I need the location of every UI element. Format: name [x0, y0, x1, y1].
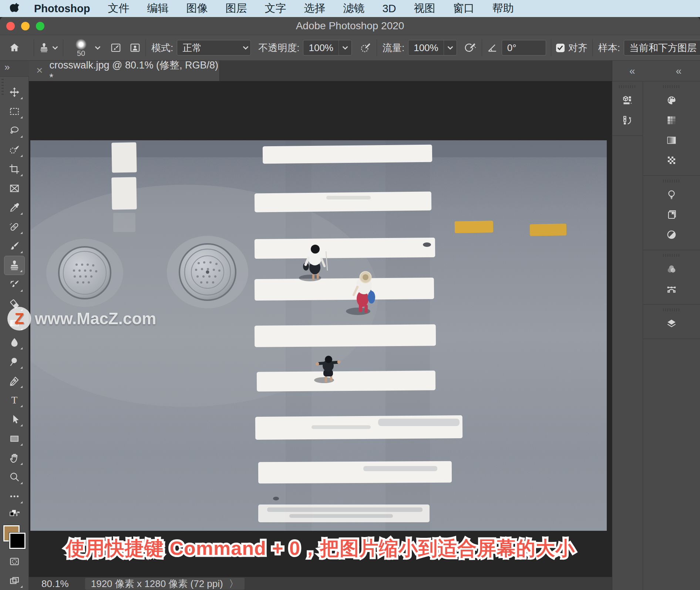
pen-tool[interactable]: [4, 371, 25, 390]
menu-item-file[interactable]: 文件: [108, 1, 129, 16]
screen-mode-button[interactable]: [4, 571, 25, 590]
angle-field[interactable]: 0°: [502, 40, 546, 56]
default-colors-swap[interactable]: [4, 506, 25, 522]
document-info[interactable]: 1920 像素 x 1280 像素 (72 ppi) 〉: [85, 578, 245, 590]
airbrush-button[interactable]: [464, 41, 477, 54]
properties-panel-button[interactable]: [616, 90, 639, 110]
manhole-left: [46, 239, 123, 307]
history-brush-tool[interactable]: [4, 275, 25, 294]
layers-panel-button[interactable]: [660, 314, 683, 333]
home-button[interactable]: [0, 42, 29, 53]
menu-item-select[interactable]: 选择: [304, 1, 325, 16]
type-tool[interactable]: T: [4, 390, 25, 410]
lasso-tool[interactable]: [4, 121, 25, 140]
panel-group-grip[interactable]: [663, 254, 680, 257]
blur-tool[interactable]: [4, 333, 25, 352]
shape-tool[interactable]: [4, 429, 25, 448]
aligned-checkbox[interactable]: 对齐: [556, 41, 588, 54]
menu-item-window[interactable]: 窗口: [453, 1, 475, 16]
background-color-swatch[interactable]: [9, 533, 26, 549]
toolbar-expand-button[interactable]: »: [0, 61, 29, 77]
angle-button[interactable]: [487, 42, 498, 53]
menu-item-image[interactable]: 图像: [186, 1, 208, 16]
quick-mask-icon: [9, 556, 20, 567]
menu-item-view[interactable]: 视图: [414, 1, 435, 16]
opacity-field[interactable]: 100%: [303, 40, 352, 56]
frame-tool[interactable]: [4, 179, 25, 198]
menu-item-type[interactable]: 文字: [265, 1, 286, 16]
menu-item-help[interactable]: 帮助: [492, 1, 514, 16]
color-panel-button[interactable]: [660, 90, 683, 110]
history-panel-icon: [622, 115, 633, 126]
panel-group-layers: [643, 305, 700, 339]
chevron-down-icon[interactable]: [95, 46, 101, 50]
adjustments-panel-button[interactable]: [660, 225, 683, 245]
panel-group-grip[interactable]: [663, 308, 680, 311]
brush-tool[interactable]: [4, 237, 25, 256]
menu-item-layer[interactable]: 图层: [225, 1, 247, 16]
crop-tool[interactable]: [4, 160, 25, 179]
learn-panel-button[interactable]: [660, 185, 683, 205]
panel-group-grip[interactable]: [663, 85, 680, 88]
toolbar: T: [0, 77, 29, 590]
spot-healing-tool[interactable]: [4, 217, 25, 237]
status-chevron-icon[interactable]: 〉: [229, 577, 239, 590]
swatches-panel-button[interactable]: [660, 110, 683, 130]
history-panel-button[interactable]: [616, 110, 639, 130]
gradients-panel-button[interactable]: [660, 130, 683, 150]
panel-group-grip[interactable]: [619, 85, 636, 88]
libraries-panel-icon: [666, 209, 677, 220]
gradient-tool[interactable]: [4, 314, 25, 333]
close-tab-icon[interactable]: ×: [36, 64, 43, 77]
panel-dock-area: « «: [612, 61, 700, 590]
document-tab[interactable]: × crosswalk.jpg @ 80.1% (修整, RGB/8) *: [29, 61, 220, 81]
mode-dropdown[interactable]: 正常: [177, 40, 251, 56]
angle-icon: [487, 42, 498, 53]
brush-size-value: 50: [77, 50, 85, 57]
patterns-panel-icon: [666, 155, 677, 166]
clone-stamp-tool[interactable]: [4, 256, 25, 275]
brush-preview-icon: [75, 39, 87, 50]
home-icon: [9, 42, 20, 53]
patterns-panel-button[interactable]: [660, 150, 683, 170]
mode-label: 模式:: [151, 41, 173, 54]
zoom-tool[interactable]: [4, 467, 25, 487]
eyedropper-tool[interactable]: [4, 198, 25, 217]
menu-app-name[interactable]: Photoshop: [34, 3, 90, 15]
menu-item-filter[interactable]: 滤镜: [343, 1, 364, 16]
collapse-left-dock-button[interactable]: «: [629, 65, 635, 77]
libraries-panel-button[interactable]: [660, 205, 683, 225]
menu-item-edit[interactable]: 编辑: [147, 1, 168, 16]
brush-preset-picker[interactable]: 50: [70, 39, 92, 57]
sample-label: 样本:: [598, 41, 620, 54]
canvas-area[interactable]: Z www.MacZ.com 使用快捷键 Command + 0，把图片缩小到适…: [29, 81, 612, 590]
eraser-tool[interactable]: [4, 294, 25, 314]
frame-tool-icon: [9, 183, 20, 194]
move-tool[interactable]: [4, 83, 25, 102]
toggle-brush-settings-button[interactable]: [110, 42, 121, 53]
more-tools-button[interactable]: [4, 487, 25, 506]
swatches-panel-icon: [666, 115, 677, 126]
pressure-opacity-button[interactable]: [360, 42, 372, 54]
object-selection-tool[interactable]: [4, 140, 25, 160]
panel-group-learn: [643, 176, 700, 250]
apple-icon[interactable]: [10, 3, 21, 14]
flow-field[interactable]: 100%: [408, 40, 457, 56]
tool-preset-picker[interactable]: [39, 43, 58, 53]
channels-panel-button[interactable]: [660, 259, 683, 279]
panel-dock-inner: [612, 81, 643, 590]
panel-group-grip[interactable]: [663, 180, 680, 182]
toolbar-grip[interactable]: [1, 79, 4, 97]
zoom-level-field[interactable]: 80.1%: [41, 578, 69, 590]
path-selection-tool[interactable]: [4, 410, 25, 429]
hand-tool[interactable]: [4, 448, 25, 467]
paths-panel-button[interactable]: [660, 279, 683, 299]
sample-dropdown[interactable]: 当前和下方图层: [624, 40, 700, 56]
collapse-right-dock-button[interactable]: «: [676, 65, 682, 77]
marquee-tool[interactable]: [4, 102, 25, 121]
toggle-clone-source-button[interactable]: [129, 42, 141, 53]
quick-mask-button[interactable]: [4, 552, 25, 571]
dodge-tool[interactable]: [4, 352, 25, 371]
menu-item-3d[interactable]: 3D: [382, 3, 396, 15]
canvas-photo[interactable]: [30, 140, 607, 531]
